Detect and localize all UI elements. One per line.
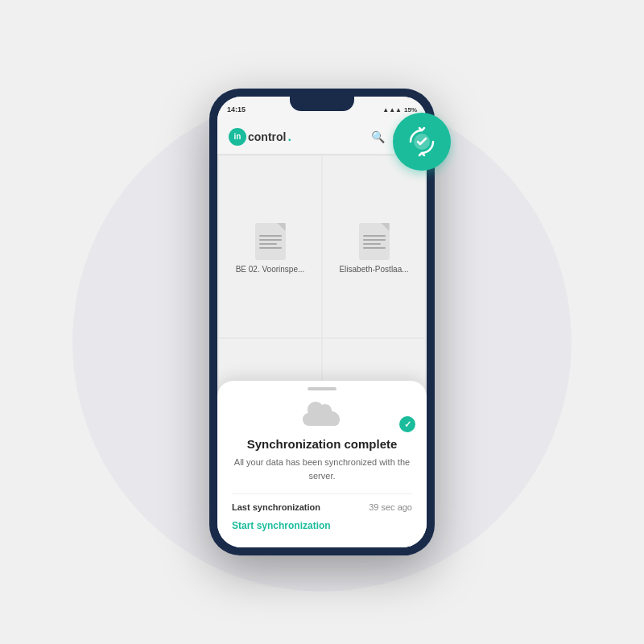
sheet-handle: [308, 387, 336, 390]
doc-line: [259, 239, 282, 241]
sync-bottom-sheet: ✓ Synchronization complete All your data…: [217, 381, 427, 547]
last-sync-label: Last synchronization: [232, 502, 320, 512]
search-icon[interactable]: 🔍: [371, 130, 385, 143]
phone-notch: [290, 97, 354, 111]
status-battery: 15%: [404, 106, 417, 114]
last-sync-value: 39 sec ago: [369, 502, 412, 512]
grid-item-label-2: Elisabeth-Postlaa...: [339, 265, 408, 274]
sync-complete-desc: All your data has been synchronized with…: [232, 456, 412, 482]
doc-line: [259, 247, 282, 249]
sync-badge: [393, 113, 451, 171]
phone-wrapper: 14:15 ▲▲▲ 15% in control . 🔍: [209, 89, 435, 555]
cloud-icon: [301, 400, 343, 429]
status-indicators: ▲▲▲ 15%: [382, 106, 417, 114]
start-sync-button[interactable]: Start synchronization: [232, 520, 412, 531]
sync-arrows-icon: [404, 124, 440, 159]
status-signal: ▲▲▲: [382, 106, 402, 114]
status-time: 14:15: [227, 105, 246, 114]
grid-item-2[interactable]: Elisabeth-Postlaa...: [323, 156, 425, 337]
logo-dot: .: [287, 130, 291, 144]
sync-icon-area: ✓: [232, 400, 412, 429]
sync-info-row: Last synchronization 39 sec ago: [232, 493, 412, 512]
phone-screen: 14:15 ▲▲▲ 15% in control . 🔍: [217, 97, 427, 547]
grid-item-1[interactable]: BE 02. Voorinspe...: [219, 156, 321, 337]
check-badge: ✓: [399, 416, 415, 432]
document-icon-2: [359, 223, 390, 260]
doc-line: [259, 235, 282, 237]
document-icon-1: [255, 223, 286, 260]
logo-text: control: [248, 130, 286, 143]
sync-complete-title: Synchronization complete: [232, 437, 412, 451]
doc-line: [363, 243, 381, 245]
grid-item-label-1: BE 02. Voorinspe...: [236, 265, 305, 274]
doc-line: [259, 243, 277, 245]
doc-line: [363, 235, 386, 237]
doc-line: [363, 239, 386, 241]
app-logo: in control .: [229, 128, 291, 146]
doc-line: [363, 247, 386, 249]
logo-in-circle: in: [229, 128, 246, 146]
